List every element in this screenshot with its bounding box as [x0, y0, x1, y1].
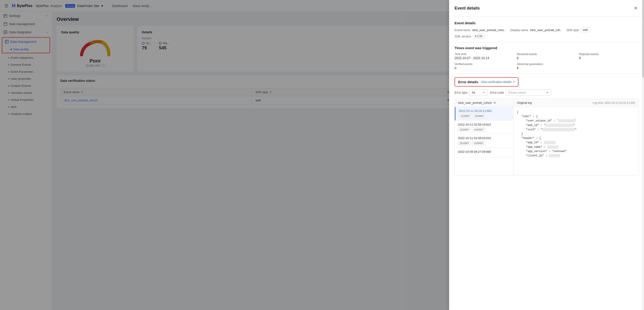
received-events-label: Received events: [517, 52, 576, 56]
event-name-value: click_user_portrait_coho.: [472, 28, 505, 32]
sdk-type-value: web: [581, 28, 590, 32]
times-triggered-section: Times event was triggered Time limit 202…: [454, 46, 638, 70]
rejected-events-value: 6: [579, 56, 638, 60]
error-code-select[interactable]: Please select ▼: [506, 89, 551, 96]
error-type-filter: Error type All ▼: [454, 89, 488, 96]
times-grid: Time limit 2022.10.07 - 2022.10.13 Recei…: [454, 52, 638, 70]
sdk-version-value: 4.1.54: [473, 34, 484, 38]
chevron-down-icon: ▼: [483, 91, 485, 94]
log-entry[interactable]: 2022-10-11 02:58:19:822 1010007 1030007: [455, 120, 514, 134]
time-limit-value: 2022.10.07 - 2022.10.13: [454, 56, 514, 60]
log-right-header: Original log Log time: 2022-10-11 03:16:…: [514, 99, 638, 107]
modal-title: Event details: [454, 6, 480, 11]
json-line: "client_ip" : _______: [517, 154, 635, 158]
error-details-title: Error details: [458, 80, 478, 84]
log-entry[interactable]: 2022-10-11 03:16:11:962 1010007 1030007: [455, 107, 514, 120]
json-viewer: { "user" : { "user_unique_id" : '_______…: [514, 107, 638, 161]
log-entry-time: 2022-10-11 02:58:19:822: [458, 123, 510, 126]
log-container: click_user_portrait_cohort ↻ 2022-10-11 …: [454, 98, 638, 176]
verified-events-label: Verified events: [454, 62, 514, 66]
divider-1: [454, 42, 638, 42]
event-details-section: Event details Event name click_user_port…: [454, 21, 638, 38]
json-line: "app_version" : "unknown": [517, 149, 635, 154]
log-entry-time: 2022-10-11 03:16:11:962: [459, 109, 510, 112]
log-left-header: click_user_portrait_cohort ↻: [455, 99, 514, 107]
modal-scrollbar: [642, 0, 644, 310]
sdk-version-row: SDK version 4.1.54: [454, 34, 638, 38]
view-verification-label: View verification details: [481, 80, 512, 84]
json-line: "user" : {: [517, 114, 635, 119]
json-line: "user_unique_id" : '__________': [517, 119, 635, 123]
log-entry-time: 2022-10-11 02:58:03:031: [458, 136, 510, 140]
json-line: {: [517, 110, 635, 114]
display-name-label: Display name: [510, 28, 528, 32]
display-name-value: click_user_portrait_coh.: [530, 28, 561, 32]
event-details-section-title: Event details: [454, 21, 638, 25]
times-triggered-title: Times event was triggered: [454, 46, 638, 50]
error-code-filter: Error code Please select ▼: [490, 89, 551, 96]
filters-row: Error type All ▼ Error code Please selec…: [454, 89, 638, 96]
log-entry[interactable]: 2022-10-11 02:58:03:031 1010007 1030007: [455, 134, 514, 148]
verified-events-value: 0: [454, 66, 514, 70]
divider-2: [454, 74, 638, 74]
json-line: "app_name" : _______: [517, 145, 635, 149]
log-left-panel: click_user_portrait_cohort ↻ 2022-10-11 …: [455, 99, 514, 176]
log-tag: 1010007: [458, 128, 471, 132]
original-log-label: Original log: [517, 101, 532, 104]
rejected-events-label: Rejected events: [579, 52, 638, 56]
rejected-events-item: Rejected events 6: [579, 52, 638, 60]
json-line: }: [517, 132, 635, 136]
error-details-section: Error details View verification details …: [454, 77, 638, 176]
sdk-version-label: SDK version: [454, 35, 471, 38]
log-time-label: Log time: 2022-10-11 03:16:11:962: [593, 101, 635, 104]
received-events-item: Received events 6: [517, 52, 576, 60]
sdk-type-label: SDK type: [566, 28, 579, 32]
error-code-chevron-icon: ▼: [546, 91, 548, 94]
log-event-name: click_user_portrait_cohort: [458, 101, 492, 104]
received-events-value: 6: [517, 56, 576, 60]
refresh-icon[interactable]: ↻: [494, 101, 496, 104]
external-link-icon: ↗: [512, 80, 515, 84]
log-right-panel: Original log Log time: 2022-10-11 03:16:…: [514, 99, 638, 176]
log-tag: 1030007: [472, 141, 485, 145]
error-type-select[interactable]: All ▼: [469, 89, 488, 96]
abnormal-params-value: 6: [517, 66, 576, 70]
time-limit-label: Time limit: [454, 52, 514, 56]
error-details-header: Error details View verification details …: [454, 77, 518, 86]
log-tags: 1010007 1030007: [459, 114, 510, 118]
abnormal-params-item: Abnormal parameters 6: [517, 62, 576, 70]
log-tags: 1010007 1030007: [458, 128, 510, 132]
modal-header: Event details ✕: [449, 0, 644, 16]
log-tag: 1010007: [458, 141, 471, 145]
event-name-label: Event name: [454, 28, 470, 32]
log-tag: 1010007: [459, 114, 472, 118]
json-line: "app_id" : _______: [517, 140, 635, 145]
modal-close-button[interactable]: ✕: [633, 4, 638, 12]
log-entry-time: 2022-10-09 09:27:09:880: [458, 150, 510, 154]
time-limit-item: Time limit 2022.10.07 - 2022.10.13: [454, 52, 514, 60]
log-tags: 1010007 1030007: [458, 141, 510, 145]
log-tag: 1030007: [473, 114, 486, 118]
log-entry[interactable]: 2022-10-09 09:27:09:880: [455, 148, 514, 157]
error-type-value: All: [472, 91, 475, 94]
json-line: "web_id" : "_________________": [517, 123, 635, 128]
abnormal-params-label: Abnormal parameters: [517, 62, 576, 66]
modal-body: Event details Event name click_user_port…: [449, 16, 644, 310]
event-name-row: Event name click_user_portrait_coho. Dis…: [454, 28, 638, 32]
modal-scrollbar-thumb[interactable]: [642, 0, 644, 78]
error-code-placeholder: Please select: [508, 91, 526, 94]
log-tag: 1030007: [472, 128, 485, 132]
json-line: "ssid" : "____________________": [517, 128, 635, 132]
error-type-label: Error type: [454, 91, 468, 94]
event-details-modal: Event details ✕ Event details Event name…: [449, 0, 644, 310]
error-code-label: Error code: [490, 91, 504, 94]
json-line: "header" : {: [517, 136, 635, 140]
verified-events-item: Verified events 0: [454, 62, 514, 70]
view-verification-link[interactable]: View verification details ↗: [481, 80, 515, 84]
